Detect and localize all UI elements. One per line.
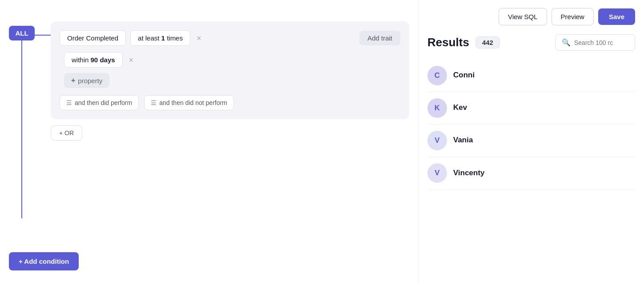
filter-icon: ☰ [66,99,72,106]
preview-button[interactable]: Preview [551,8,594,25]
result-item: V Vania [427,125,635,157]
result-name: Vania [453,136,473,145]
result-info: Vincenty [453,169,485,177]
or-row: + OR [35,125,409,141]
frequency-value: 1 [161,34,165,42]
property-button[interactable]: + property [64,73,109,88]
perform-row: ☰ and then did perform ☰ and then did no… [60,95,400,110]
all-group: ALL Order Completed at least 1 times [9,13,409,218]
within-prefix: within [72,56,89,64]
result-item: K Kev [427,92,635,125]
and-then-not-perform-button[interactable]: ☰ and then did not perform [144,95,234,110]
horizontal-connector [35,35,51,36]
search-icon: 🔍 [562,38,571,47]
remove-condition-button[interactable]: × [195,34,203,42]
search-box[interactable]: 🔍 [555,34,635,51]
result-name: Conni [453,71,475,80]
results-list: C Conni K Kev V Vania V Vincenty [427,60,635,274]
top-actions: View SQL Preview Save [427,8,635,25]
results-count: 442 [475,36,500,48]
remove-within-button[interactable]: × [127,56,136,64]
event-pill[interactable]: Order Completed [60,30,126,46]
result-info: Kev [453,103,467,113]
left-panel: ALL Order Completed at least 1 times [0,0,418,282]
frequency-pill[interactable]: at least 1 times [130,30,190,46]
frequency-prefix: at least [138,34,159,42]
result-name: Vincenty [453,169,485,177]
avatar: V [427,131,447,150]
property-row: + property [64,73,400,88]
view-sql-button[interactable]: View SQL [499,8,547,25]
result-name: Kev [453,103,467,112]
within-row: within 90 days × [64,52,400,68]
result-info: Conni [453,71,475,81]
avatar: V [427,163,447,183]
and-then-perform-button[interactable]: ☰ and then did perform [60,95,139,110]
result-item: V Vincenty [427,157,635,189]
within-value: 90 days [91,56,115,64]
all-badge[interactable]: ALL [9,26,35,40]
add-trait-button[interactable]: Add trait [359,31,400,45]
result-item: C Conni [427,60,635,92]
connector-line [21,40,22,218]
frequency-suffix: times [167,34,183,42]
plus-icon: + [71,77,75,85]
condition-row-1: Order Completed at least 1 times × Add t… [60,30,400,46]
avatar: K [427,98,447,118]
condition-card: Order Completed at least 1 times × Add t… [51,21,409,119]
add-condition-button[interactable]: + Add condition [9,252,79,270]
or-button[interactable]: + OR [51,125,82,141]
filter-not-icon: ☰ [151,99,157,106]
within-pill[interactable]: within 90 days [64,52,123,68]
search-input[interactable] [574,39,628,46]
save-button[interactable]: Save [598,8,635,25]
avatar: C [427,66,447,85]
result-info: Vania [453,136,473,146]
right-panel: View SQL Preview Save Results 442 🔍 C Co… [418,0,644,282]
results-title: Results [427,36,469,49]
results-header: Results 442 🔍 [427,34,635,51]
